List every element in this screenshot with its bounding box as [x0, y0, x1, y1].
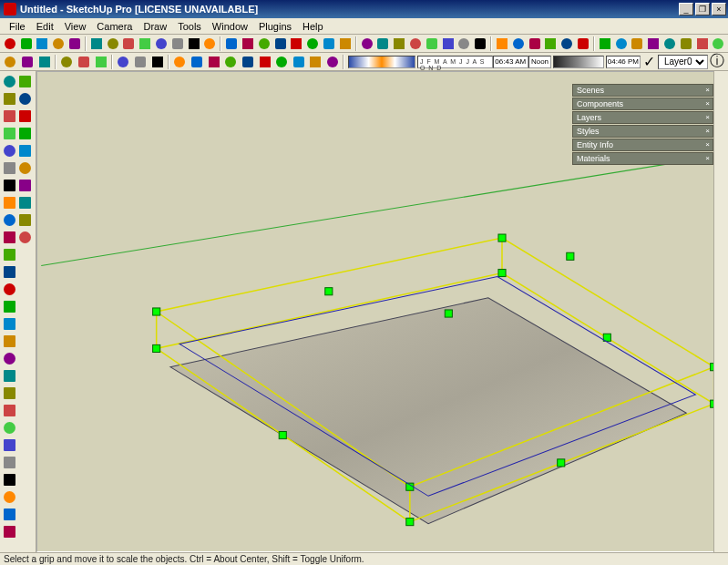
toolbar-rect-button[interactable]	[67, 36, 82, 52]
tool-rotate-button[interactable]	[2, 247, 17, 262]
toolbar-next-button[interactable]	[511, 36, 526, 52]
toolbar-circle-button[interactable]	[89, 36, 104, 52]
tool-axes-button[interactable]	[2, 368, 17, 384]
toolbar-eraser-button[interactable]	[36, 36, 50, 52]
tool-pencil-button[interactable]	[2, 178, 17, 193]
close-icon[interactable]: ×	[705, 98, 710, 109]
menu-plugins[interactable]: Plugins	[253, 20, 297, 33]
layer-select[interactable]: Layer0	[658, 55, 708, 69]
toolbar-paint-button[interactable]	[51, 36, 66, 52]
toolbar-mat1-button[interactable]	[190, 54, 205, 70]
toolbar-iso-button[interactable]	[528, 36, 542, 52]
tool-drape-button[interactable]	[17, 195, 33, 211]
close-icon[interactable]: ×	[705, 112, 710, 123]
tool-move-button[interactable]	[2, 230, 17, 245]
menu-draw[interactable]: Draw	[138, 20, 172, 33]
toolbar-back-button[interactable]	[614, 36, 629, 52]
toolbar-new-button[interactable]	[3, 54, 18, 70]
shadow-slider[interactable]	[553, 56, 603, 68]
toolbar-undo-button[interactable]	[116, 54, 131, 70]
toolbar-zoomext-button[interactable]	[473, 36, 487, 52]
tool-sandbox2-button[interactable]	[17, 143, 33, 159]
toolbar-shade1-button[interactable]	[630, 36, 644, 52]
menu-tools[interactable]: Tools	[172, 20, 207, 33]
toolbar-move-button[interactable]	[187, 36, 201, 52]
tool-scale-button[interactable]	[2, 264, 17, 280]
tool-walk-button[interactable]	[17, 74, 33, 89]
close-icon[interactable]: ×	[705, 126, 710, 137]
tool-rect-button[interactable]	[2, 126, 17, 141]
toolbar-offset-button[interactable]	[241, 36, 255, 52]
tool-addDetail-button[interactable]	[17, 212, 33, 228]
toolbar-mat2-button[interactable]	[206, 54, 221, 70]
tool-look-button[interactable]	[17, 91, 33, 107]
close-icon[interactable]: ×	[705, 139, 710, 150]
toolbar-xray-button[interactable]	[598, 36, 612, 52]
panel-styles[interactable]: Styles×	[572, 125, 713, 138]
minimize-button[interactable]: _	[679, 3, 693, 15]
toolbar-mat8-button[interactable]	[308, 54, 323, 70]
panel-entity-info[interactable]: Entity Info×	[572, 139, 713, 151]
toolbar-mat9-button[interactable]	[325, 54, 341, 70]
tool-prot-button[interactable]	[2, 351, 17, 366]
tool-poly-button[interactable]	[2, 195, 17, 211]
toolbar-mat5-button[interactable]	[257, 54, 272, 70]
toolbar-zoom-button[interactable]	[441, 36, 456, 52]
tool-sandbox1-button[interactable]	[17, 126, 33, 141]
layer-visible-checkbox[interactable]: ✓	[641, 54, 657, 70]
toolbar-shade4-button[interactable]	[679, 36, 693, 52]
toolbar-model-info-button[interactable]	[172, 54, 188, 70]
toolbar-redo-button[interactable]	[133, 54, 149, 70]
toolbar-delete-button[interactable]	[19, 36, 34, 52]
toolbar-paste-button[interactable]	[93, 54, 108, 70]
toolbar-rotate-button[interactable]	[203, 36, 218, 52]
menu-edit[interactable]: Edit	[31, 20, 59, 33]
panel-layers[interactable]: Layers×	[572, 111, 713, 124]
toolbar-mat6-button[interactable]	[274, 54, 290, 70]
toolbar-shade3-button[interactable]	[662, 36, 677, 52]
maximize-button[interactable]: ❐	[695, 3, 710, 15]
toolbar-tape-button[interactable]	[290, 36, 304, 52]
toolbar-followme-button[interactable]	[273, 36, 288, 52]
toolbar-share-button[interactable]	[711, 36, 725, 52]
tool-free-button[interactable]	[2, 212, 17, 228]
tool-flip-button[interactable]	[17, 230, 33, 245]
scrollbar-vertical[interactable]	[713, 71, 728, 552]
toolbar-orbit-button[interactable]	[408, 36, 423, 52]
menu-file[interactable]: File	[4, 20, 31, 33]
toolbar-polygon-button[interactable]	[154, 36, 169, 52]
toolbar-scale-button[interactable]	[224, 36, 239, 52]
menu-view[interactable]: View	[59, 20, 92, 33]
tool-zoom-button[interactable]	[2, 489, 17, 505]
tool-push-button[interactable]	[2, 299, 17, 314]
toolbar-mat3-button[interactable]	[223, 54, 239, 70]
toolbar-print-button[interactable]	[149, 54, 165, 70]
close-button[interactable]: ×	[712, 3, 726, 15]
tool-3dt-button[interactable]	[2, 420, 17, 436]
tool-pan-button[interactable]	[2, 472, 17, 488]
toolbar-save-button[interactable]	[36, 54, 52, 70]
toolbar-right-button[interactable]	[576, 36, 590, 52]
tool-stamp-button[interactable]	[17, 178, 33, 193]
tool-eraser-button[interactable]	[2, 91, 17, 107]
tool-tape-button[interactable]	[2, 334, 17, 349]
toolbar-select-button[interactable]	[3, 36, 17, 52]
tool-follow-button[interactable]	[2, 316, 17, 332]
tool-select-button[interactable]	[2, 74, 17, 89]
time-gradient-slider[interactable]	[348, 56, 415, 68]
toolbar-pan-button[interactable]	[425, 36, 439, 52]
close-icon[interactable]: ×	[705, 153, 710, 164]
toolbar-protractor-button[interactable]	[305, 36, 320, 52]
toolbar-front-button[interactable]	[559, 36, 574, 52]
menu-help[interactable]: Help	[297, 20, 329, 33]
menu-camera[interactable]: Camera	[91, 20, 138, 33]
month-strip[interactable]: J F M A M J J A S O N D	[417, 56, 493, 68]
toolbar-copy-button[interactable]	[77, 54, 92, 70]
tool-sect-button[interactable]	[2, 437, 17, 453]
toolbar-open-button[interactable]	[20, 54, 36, 70]
toolbar-3dtext-button[interactable]	[360, 36, 374, 52]
toolbar-mat4-button[interactable]	[241, 54, 256, 70]
toolbar-dims-button[interactable]	[322, 36, 336, 52]
tool-smoove-button[interactable]	[17, 160, 33, 176]
tool-offset-button[interactable]	[2, 282, 17, 297]
